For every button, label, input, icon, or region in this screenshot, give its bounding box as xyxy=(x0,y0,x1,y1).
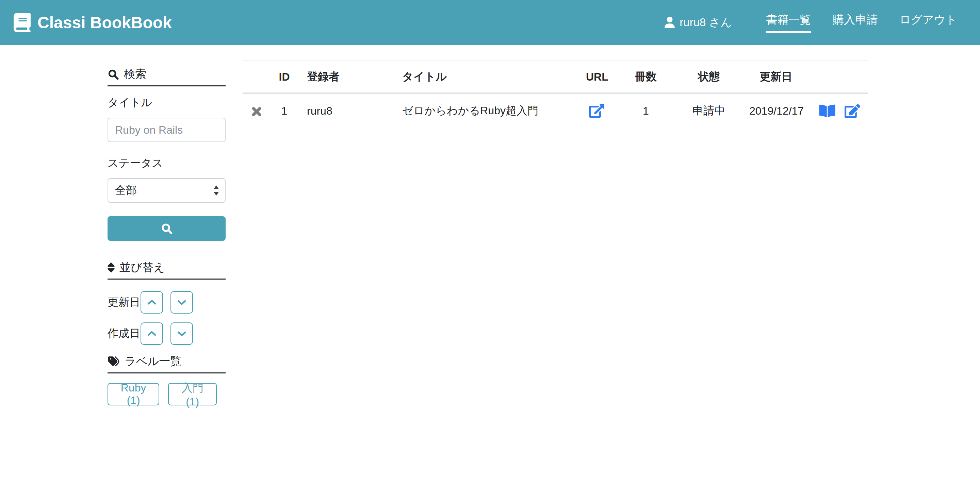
header-count: 冊数 xyxy=(615,61,676,93)
sort-heading-label: 並び替え xyxy=(119,260,165,275)
navbar-menu: ruru8 さん 書籍一覧 購入申請 ログアウト xyxy=(665,12,957,33)
nav-item-book-list[interactable]: 書籍一覧 xyxy=(766,12,811,33)
book-list: ID 登録者 タイトル URL 冊数 状態 更新日 xyxy=(243,60,868,128)
header-delete-spacer xyxy=(243,61,270,93)
chevron-up-icon xyxy=(147,330,156,337)
navbar-user: ruru8 さん xyxy=(665,15,732,30)
user-icon xyxy=(665,17,675,28)
chevron-down-icon xyxy=(177,330,186,337)
title-label: タイトル xyxy=(108,95,226,110)
sort-row-updated: 更新日 xyxy=(108,291,226,314)
header-url: URL xyxy=(578,61,615,93)
book-table: ID 登録者 タイトル URL 冊数 状態 更新日 xyxy=(243,60,868,128)
brand-title: Classi BookBook xyxy=(37,13,172,32)
user-name: ruru8 さん xyxy=(679,15,732,30)
times-icon xyxy=(251,106,262,118)
header-registrant: 登録者 xyxy=(299,61,394,93)
sort-created-desc-button[interactable] xyxy=(170,322,193,345)
sort-updated-asc-button[interactable] xyxy=(140,291,163,314)
cell-id: 1 xyxy=(270,93,299,128)
header-id: ID xyxy=(270,61,299,93)
cell-detail xyxy=(811,93,837,128)
book-detail-button[interactable] xyxy=(819,104,835,118)
book-open-icon xyxy=(819,104,835,118)
cell-status: 申請中 xyxy=(676,93,741,128)
table-header-row: ID 登録者 タイトル URL 冊数 状態 更新日 xyxy=(243,61,868,93)
cell-count: 1 xyxy=(615,93,676,128)
sidebar: 検索 タイトル ステータス 全部 xyxy=(108,67,226,405)
cell-updated: 2019/12/17 xyxy=(741,93,811,128)
title-input[interactable] xyxy=(108,118,226,142)
search-icon xyxy=(160,222,173,235)
cell-delete xyxy=(243,93,270,128)
cell-title: ゼロからわかるRuby超入門 xyxy=(394,93,578,128)
label-list: Ruby (1) 入門 (1) xyxy=(108,383,226,405)
sort-row-created: 作成日 xyxy=(108,322,226,345)
status-select-value: 全部 xyxy=(115,183,137,198)
nav-item-logout[interactable]: ログアウト xyxy=(899,12,957,33)
cell-edit xyxy=(837,93,868,128)
select-spinner-icon xyxy=(213,184,220,197)
sort-icon xyxy=(108,262,115,273)
search-icon xyxy=(108,69,119,80)
search-heading-label: 検索 xyxy=(124,67,146,82)
edit-pencil-icon xyxy=(845,104,860,118)
search-button[interactable] xyxy=(108,216,226,241)
label-tag-ruby[interactable]: Ruby (1) xyxy=(108,383,159,405)
brand[interactable]: Classi BookBook xyxy=(14,13,172,32)
search-section-heading: 検索 xyxy=(108,67,226,86)
external-link-button[interactable] xyxy=(589,104,605,118)
header-status: 状態 xyxy=(676,61,741,93)
book-icon xyxy=(14,13,30,32)
sort-section-heading: 並び替え xyxy=(108,260,226,280)
header-title: タイトル xyxy=(394,61,578,93)
status-label: ステータス xyxy=(108,156,226,171)
edit-button[interactable] xyxy=(845,104,860,118)
header-edit-spacer xyxy=(837,61,868,93)
delete-button[interactable] xyxy=(251,106,262,118)
navbar: Classi BookBook ruru8 さん 書籍一覧 購入申請 ログアウト xyxy=(0,0,980,45)
nav-item-purchase-request[interactable]: 購入申請 xyxy=(833,12,878,33)
sort-created-asc-button[interactable] xyxy=(140,322,163,345)
labels-heading-label: ラベル一覧 xyxy=(124,354,181,369)
labels-section-heading: ラベル一覧 xyxy=(108,354,226,373)
chevron-up-icon xyxy=(147,299,156,305)
header-detail-spacer xyxy=(811,61,837,93)
sort-updated-label: 更新日 xyxy=(108,295,140,310)
table-row: 1 ruru8 ゼロからわかるRuby超入門 1 申請中 xyxy=(243,93,868,128)
sort-updated-desc-button[interactable] xyxy=(170,291,193,314)
cell-url xyxy=(578,93,615,128)
chevron-down-icon xyxy=(177,299,186,305)
external-link-icon xyxy=(589,104,605,118)
label-tag-nyumon[interactable]: 入門 (1) xyxy=(168,383,217,405)
tags-icon xyxy=(108,356,120,367)
status-select[interactable]: 全部 xyxy=(108,178,226,203)
cell-registrant: ruru8 xyxy=(299,93,394,128)
sort-created-label: 作成日 xyxy=(108,326,140,341)
header-updated: 更新日 xyxy=(741,61,811,93)
